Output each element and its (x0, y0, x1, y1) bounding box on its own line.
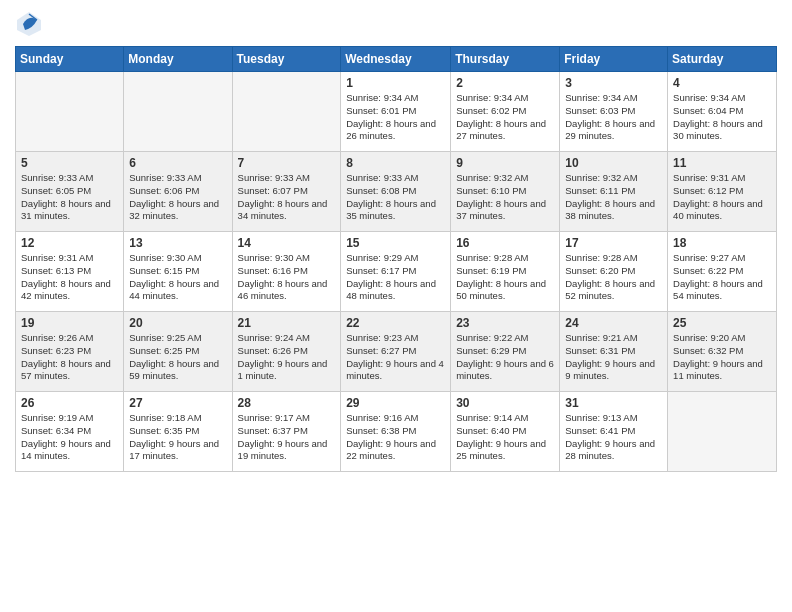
day-number: 12 (21, 236, 118, 250)
day-info: Sunrise: 9:17 AM Sunset: 6:37 PM Dayligh… (238, 412, 336, 463)
day-info: Sunrise: 9:22 AM Sunset: 6:29 PM Dayligh… (456, 332, 554, 383)
calendar-cell: 9Sunrise: 9:32 AM Sunset: 6:10 PM Daylig… (451, 152, 560, 232)
day-info: Sunrise: 9:34 AM Sunset: 6:01 PM Dayligh… (346, 92, 445, 143)
day-number: 10 (565, 156, 662, 170)
logo-icon (15, 10, 43, 38)
weekday-header-row: SundayMondayTuesdayWednesdayThursdayFrid… (16, 47, 777, 72)
calendar-week-row: 5Sunrise: 9:33 AM Sunset: 6:05 PM Daylig… (16, 152, 777, 232)
calendar-cell: 18Sunrise: 9:27 AM Sunset: 6:22 PM Dayli… (668, 232, 777, 312)
calendar-cell (668, 392, 777, 472)
calendar-cell: 29Sunrise: 9:16 AM Sunset: 6:38 PM Dayli… (341, 392, 451, 472)
calendar-cell (232, 72, 341, 152)
calendar-table: SundayMondayTuesdayWednesdayThursdayFrid… (15, 46, 777, 472)
day-number: 2 (456, 76, 554, 90)
calendar-cell: 10Sunrise: 9:32 AM Sunset: 6:11 PM Dayli… (560, 152, 668, 232)
calendar-cell: 31Sunrise: 9:13 AM Sunset: 6:41 PM Dayli… (560, 392, 668, 472)
day-info: Sunrise: 9:32 AM Sunset: 6:10 PM Dayligh… (456, 172, 554, 223)
weekday-header-saturday: Saturday (668, 47, 777, 72)
day-number: 13 (129, 236, 226, 250)
day-info: Sunrise: 9:29 AM Sunset: 6:17 PM Dayligh… (346, 252, 445, 303)
day-number: 14 (238, 236, 336, 250)
day-number: 22 (346, 316, 445, 330)
weekday-header-thursday: Thursday (451, 47, 560, 72)
calendar-cell: 13Sunrise: 9:30 AM Sunset: 6:15 PM Dayli… (124, 232, 232, 312)
calendar-cell: 22Sunrise: 9:23 AM Sunset: 6:27 PM Dayli… (341, 312, 451, 392)
calendar-cell: 25Sunrise: 9:20 AM Sunset: 6:32 PM Dayli… (668, 312, 777, 392)
day-number: 9 (456, 156, 554, 170)
day-info: Sunrise: 9:19 AM Sunset: 6:34 PM Dayligh… (21, 412, 118, 463)
day-number: 8 (346, 156, 445, 170)
day-number: 11 (673, 156, 771, 170)
day-info: Sunrise: 9:30 AM Sunset: 6:15 PM Dayligh… (129, 252, 226, 303)
calendar-cell (124, 72, 232, 152)
calendar-cell: 26Sunrise: 9:19 AM Sunset: 6:34 PM Dayli… (16, 392, 124, 472)
calendar-cell: 7Sunrise: 9:33 AM Sunset: 6:07 PM Daylig… (232, 152, 341, 232)
logo (15, 10, 47, 38)
calendar-cell (16, 72, 124, 152)
calendar-cell: 2Sunrise: 9:34 AM Sunset: 6:02 PM Daylig… (451, 72, 560, 152)
day-number: 19 (21, 316, 118, 330)
calendar-cell: 5Sunrise: 9:33 AM Sunset: 6:05 PM Daylig… (16, 152, 124, 232)
day-info: Sunrise: 9:33 AM Sunset: 6:07 PM Dayligh… (238, 172, 336, 223)
day-info: Sunrise: 9:26 AM Sunset: 6:23 PM Dayligh… (21, 332, 118, 383)
weekday-header-tuesday: Tuesday (232, 47, 341, 72)
weekday-header-sunday: Sunday (16, 47, 124, 72)
calendar-cell: 24Sunrise: 9:21 AM Sunset: 6:31 PM Dayli… (560, 312, 668, 392)
calendar-cell: 4Sunrise: 9:34 AM Sunset: 6:04 PM Daylig… (668, 72, 777, 152)
weekday-header-wednesday: Wednesday (341, 47, 451, 72)
day-info: Sunrise: 9:32 AM Sunset: 6:11 PM Dayligh… (565, 172, 662, 223)
day-number: 21 (238, 316, 336, 330)
day-number: 7 (238, 156, 336, 170)
calendar-week-row: 26Sunrise: 9:19 AM Sunset: 6:34 PM Dayli… (16, 392, 777, 472)
day-info: Sunrise: 9:33 AM Sunset: 6:08 PM Dayligh… (346, 172, 445, 223)
day-number: 23 (456, 316, 554, 330)
day-info: Sunrise: 9:28 AM Sunset: 6:20 PM Dayligh… (565, 252, 662, 303)
weekday-header-friday: Friday (560, 47, 668, 72)
weekday-header-monday: Monday (124, 47, 232, 72)
calendar-week-row: 1Sunrise: 9:34 AM Sunset: 6:01 PM Daylig… (16, 72, 777, 152)
day-info: Sunrise: 9:31 AM Sunset: 6:12 PM Dayligh… (673, 172, 771, 223)
calendar-week-row: 12Sunrise: 9:31 AM Sunset: 6:13 PM Dayli… (16, 232, 777, 312)
day-info: Sunrise: 9:34 AM Sunset: 6:02 PM Dayligh… (456, 92, 554, 143)
calendar-cell: 12Sunrise: 9:31 AM Sunset: 6:13 PM Dayli… (16, 232, 124, 312)
calendar-cell: 8Sunrise: 9:33 AM Sunset: 6:08 PM Daylig… (341, 152, 451, 232)
calendar-cell: 19Sunrise: 9:26 AM Sunset: 6:23 PM Dayli… (16, 312, 124, 392)
calendar-cell: 30Sunrise: 9:14 AM Sunset: 6:40 PM Dayli… (451, 392, 560, 472)
day-number: 20 (129, 316, 226, 330)
calendar-cell: 27Sunrise: 9:18 AM Sunset: 6:35 PM Dayli… (124, 392, 232, 472)
day-number: 30 (456, 396, 554, 410)
calendar-cell: 6Sunrise: 9:33 AM Sunset: 6:06 PM Daylig… (124, 152, 232, 232)
day-number: 24 (565, 316, 662, 330)
calendar-cell: 1Sunrise: 9:34 AM Sunset: 6:01 PM Daylig… (341, 72, 451, 152)
calendar-cell: 15Sunrise: 9:29 AM Sunset: 6:17 PM Dayli… (341, 232, 451, 312)
calendar-cell: 16Sunrise: 9:28 AM Sunset: 6:19 PM Dayli… (451, 232, 560, 312)
day-info: Sunrise: 9:23 AM Sunset: 6:27 PM Dayligh… (346, 332, 445, 383)
day-info: Sunrise: 9:21 AM Sunset: 6:31 PM Dayligh… (565, 332, 662, 383)
day-info: Sunrise: 9:27 AM Sunset: 6:22 PM Dayligh… (673, 252, 771, 303)
header (15, 10, 777, 38)
day-info: Sunrise: 9:33 AM Sunset: 6:06 PM Dayligh… (129, 172, 226, 223)
day-number: 3 (565, 76, 662, 90)
day-info: Sunrise: 9:24 AM Sunset: 6:26 PM Dayligh… (238, 332, 336, 383)
day-info: Sunrise: 9:33 AM Sunset: 6:05 PM Dayligh… (21, 172, 118, 223)
day-number: 25 (673, 316, 771, 330)
day-info: Sunrise: 9:13 AM Sunset: 6:41 PM Dayligh… (565, 412, 662, 463)
calendar-cell: 3Sunrise: 9:34 AM Sunset: 6:03 PM Daylig… (560, 72, 668, 152)
day-info: Sunrise: 9:25 AM Sunset: 6:25 PM Dayligh… (129, 332, 226, 383)
calendar-cell: 23Sunrise: 9:22 AM Sunset: 6:29 PM Dayli… (451, 312, 560, 392)
day-number: 18 (673, 236, 771, 250)
day-number: 31 (565, 396, 662, 410)
calendar-cell: 21Sunrise: 9:24 AM Sunset: 6:26 PM Dayli… (232, 312, 341, 392)
day-number: 4 (673, 76, 771, 90)
day-number: 29 (346, 396, 445, 410)
day-info: Sunrise: 9:34 AM Sunset: 6:03 PM Dayligh… (565, 92, 662, 143)
calendar-cell: 28Sunrise: 9:17 AM Sunset: 6:37 PM Dayli… (232, 392, 341, 472)
day-info: Sunrise: 9:30 AM Sunset: 6:16 PM Dayligh… (238, 252, 336, 303)
day-info: Sunrise: 9:34 AM Sunset: 6:04 PM Dayligh… (673, 92, 771, 143)
day-number: 28 (238, 396, 336, 410)
calendar-week-row: 19Sunrise: 9:26 AM Sunset: 6:23 PM Dayli… (16, 312, 777, 392)
day-number: 17 (565, 236, 662, 250)
day-number: 27 (129, 396, 226, 410)
calendar-cell: 14Sunrise: 9:30 AM Sunset: 6:16 PM Dayli… (232, 232, 341, 312)
day-number: 26 (21, 396, 118, 410)
